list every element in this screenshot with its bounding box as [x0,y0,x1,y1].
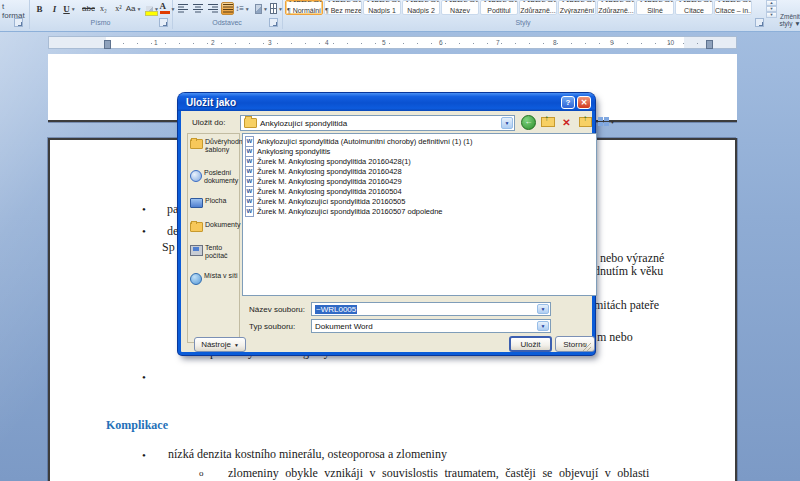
document-text: pa [167,202,178,217]
file-name: Ankylozující spondylitida (Autoimunitní … [257,137,473,146]
place-label: Místa v síti [204,272,237,280]
delete-button[interactable]: ✕ [559,115,574,129]
network-places-icon [190,273,202,285]
dialog-title: Uložit jako [178,97,236,108]
delete-x-icon: ✕ [562,117,570,128]
document-text: nízká denzita kostního minerálu, osteopo… [168,447,447,462]
file-name: Žurek M. Ankylozující spondylitida 20160… [257,197,405,206]
resize-grip[interactable] [583,343,591,351]
file-list-item[interactable]: Žurek M. Ankylosing spondylitida 2016042… [245,176,596,186]
dialog-titlebar[interactable]: Uložit jako ? ✕ [178,93,595,111]
file-list-item[interactable]: Žurek M. Ankylosing spondylitida 2016042… [245,166,596,176]
back-button[interactable]: ← [521,115,536,129]
places-bar: Důvěryhodné šablonyPoslední dokumentyPlo… [187,133,240,343]
file-name-combobox[interactable]: ~WRL0005 ▼ [311,302,551,316]
places-bar-item[interactable]: Poslední dokumenty [188,168,239,196]
back-arrow-icon: ← [521,115,536,130]
place-label: Plocha [205,197,226,205]
word-application-window: t format B I U▼ abc x₂ x² Aa▼ ▼ A▼ Písmo [0,0,800,481]
file-name-value: ~WRL0005 [315,305,357,314]
file-list-item[interactable]: Žurek M. Ankylozující spondylitida 20160… [245,206,596,216]
section-heading: Komplikace [106,418,168,433]
bullet-marker: • [142,371,146,383]
place-label: Důvěryhodné šablony [205,138,247,154]
file-type-value: Dokument Word [315,322,373,331]
place-label: Poslední dokumenty [204,169,238,185]
file-list-item[interactable]: Ankylosing spondylitis [245,146,596,156]
places-bar-item[interactable]: Dokumenty [188,220,239,243]
up-folder-icon [541,117,555,127]
chevron-down-icon[interactable]: ▼ [537,321,549,331]
chevron-down-icon: ▼ [234,342,239,348]
bullet-marker: • [142,225,146,237]
save-in-combobox[interactable]: Ankylozující spondylitida ▼ [240,115,515,131]
document-text: mitách pateře [594,298,659,313]
bullet-marker: • [142,449,146,461]
file-name: Žurek M. Ankylosing spondylitida 2016042… [257,167,402,176]
word-document-icon [245,206,254,217]
sub-bullet-marker: o [199,468,204,478]
up-one-level-button[interactable] [540,115,555,129]
desktop-icon [190,198,203,208]
views-button[interactable]: ▼ [597,115,616,129]
save-button[interactable]: Uložit [509,336,552,352]
bullet-marker: • [142,203,146,215]
file-name: Žurek M. Ankylosing spondylitida 2016050… [257,187,402,196]
document-text: Sp [162,240,175,255]
chevron-down-icon[interactable]: ▼ [537,304,549,314]
new-folder-icon [579,117,592,127]
close-icon[interactable]: ✕ [577,96,591,109]
dialog-toolbar: ← ✕ ▼ [521,115,616,129]
document-text: dnutím k věku [594,264,663,279]
tools-button[interactable]: Nástroje▼ [194,337,246,352]
file-name: Žurek M. Ankylosing spondylitida 2016042… [257,177,402,186]
documents-folder-icon [190,222,203,232]
places-bar-item[interactable]: Důvěryhodné šablony [188,137,239,168]
file-list-item[interactable]: Ankylozující spondylitida (Autoimunitní … [245,136,596,146]
file-list-item[interactable]: Žurek M. Ankylozující spondylitida 20160… [245,196,596,206]
file-list: Ankylozující spondylitida (Autoimunitní … [242,133,597,296]
file-list-item[interactable]: Žurek M. Ankylosing spondylitida 2016050… [245,186,596,196]
save-in-value: Ankylozující spondylitida [260,119,347,128]
document-text: zlomeniny obykle vznikáji v souvislostis… [228,466,649,481]
file-name: Žurek M. Ankylozující spondylitida 20160… [257,207,443,216]
trusted-templates-icon [190,139,203,149]
file-list-item[interactable]: Žurek M. Ankylosing spondylitida 2016042… [245,156,596,166]
recent-documents-icon [190,170,202,182]
file-type-combobox[interactable]: Dokument Word ▼ [311,319,551,333]
places-bar-item[interactable]: Místa v síti [188,271,239,294]
document-text: m nebo [597,330,633,345]
save-in-label: Uložit do: [192,118,225,127]
place-label: Tento počítač [205,244,238,260]
places-bar-item[interactable]: Tento počítač [188,243,239,271]
file-name-label: Název souboru: [249,305,305,314]
save-as-dialog: Uložit jako ? ✕ Uložit do: Ankylozující … [178,93,595,355]
my-computer-icon [190,245,203,256]
chevron-down-icon: ▼ [610,119,615,125]
new-folder-button[interactable] [578,115,593,129]
places-bar-item[interactable]: Plocha [188,196,239,220]
folder-icon [244,118,257,128]
help-button[interactable]: ? [561,96,575,109]
document-text: de [167,224,178,239]
views-grid-icon [598,117,609,127]
file-type-label: Typ souboru: [249,322,295,331]
file-name: Ankylosing spondylitis [257,147,330,156]
chevron-down-icon[interactable]: ▼ [501,117,513,129]
place-label: Dokumenty [205,221,240,229]
file-name: Žurek M. Ankylosing spondylitida 2016042… [257,157,411,166]
